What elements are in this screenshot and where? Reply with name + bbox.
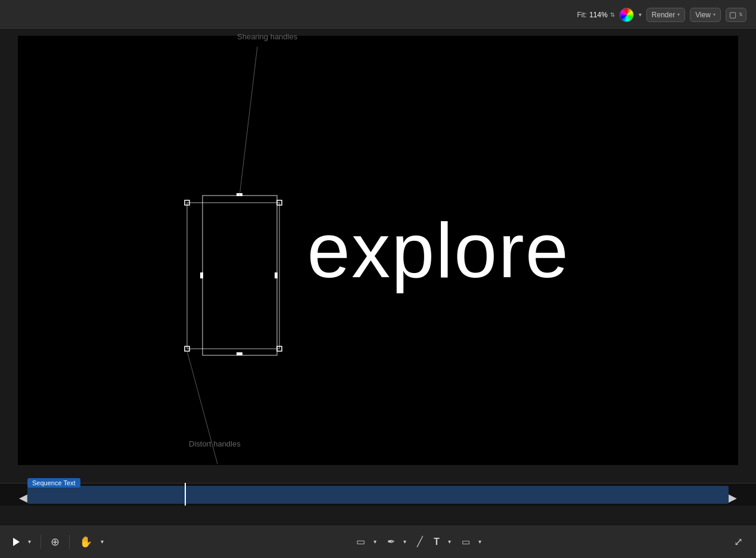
- text-icon: T: [434, 537, 440, 547]
- shape-chevron-icon: ▾: [374, 538, 377, 545]
- pan-chevron-icon: ▾: [101, 538, 104, 545]
- fullscreen-icon: ⤢: [734, 535, 743, 548]
- svg-rect-2: [185, 200, 189, 205]
- mask-group: ▭ ▾: [458, 534, 485, 550]
- shape-group: ▭ ▾: [353, 534, 380, 550]
- svg-rect-8: [200, 272, 203, 278]
- svg-rect-4: [185, 346, 189, 351]
- svg-rect-6: [237, 193, 242, 196]
- mask-chevron-icon: ▾: [478, 538, 481, 545]
- display-mode-icon: ▢: [729, 10, 736, 19]
- svg-line-11: [187, 351, 217, 464]
- pan-icon: ✋: [79, 535, 92, 548]
- color-button[interactable]: [620, 8, 634, 22]
- timeline-clip[interactable]: [27, 486, 729, 504]
- mask-options-button[interactable]: ▾: [475, 536, 485, 547]
- separator-1: [41, 535, 41, 549]
- play-button[interactable]: [10, 535, 23, 548]
- explore-text: explore: [307, 206, 570, 295]
- canvas-area[interactable]: explore: [0, 30, 756, 465]
- playhead[interactable]: [185, 483, 186, 506]
- shape-options-button[interactable]: ▾: [370, 536, 380, 547]
- timeline-track[interactable]: [0, 483, 756, 506]
- paint-button[interactable]: ╱: [413, 534, 427, 550]
- play-icon: [13, 538, 20, 546]
- svg-rect-0: [187, 203, 279, 349]
- fullscreen-button[interactable]: ⤢: [730, 533, 746, 551]
- play-options-button[interactable]: ▾: [24, 536, 35, 547]
- bottom-toolbar: ▾ ⊕ ✋ ▾ ▭ ▾ ✒ ▾ ╱: [0, 525, 756, 558]
- view-chevron-icon: ▾: [713, 12, 715, 17]
- svg-rect-9: [275, 272, 278, 278]
- path-group: ✒ ▾: [384, 534, 410, 550]
- svg-rect-7: [237, 352, 242, 355]
- fit-stepper-icon[interactable]: ⇅: [610, 11, 615, 18]
- fit-value: 114%: [589, 11, 608, 19]
- canvas-background: explore: [18, 36, 738, 465]
- sequence-text-badge: Sequence Text: [27, 478, 80, 488]
- display-mode-button[interactable]: ▢ ⇅: [726, 8, 746, 22]
- path-icon: ✒: [387, 536, 395, 547]
- svg-rect-1: [203, 196, 277, 355]
- path-chevron-icon: ▾: [403, 538, 406, 545]
- svg-line-10: [239, 46, 257, 196]
- text-button[interactable]: T: [430, 534, 443, 550]
- separator-2: [69, 535, 70, 549]
- fit-display: Fit: 114% ⇅: [577, 11, 614, 19]
- orbit-icon: ⊕: [51, 535, 60, 548]
- mask-button[interactable]: ▭: [458, 534, 474, 550]
- pan-group: ✋ ▾: [76, 533, 107, 551]
- text-group: T ▾: [430, 534, 455, 550]
- text-chevron-icon: ▾: [448, 538, 451, 545]
- mask-icon: ▭: [462, 537, 470, 547]
- render-chevron-icon: ▾: [677, 12, 680, 17]
- top-toolbar: Fit: 114% ⇅ ▾ Render ▾ View ▾ ▢ ⇅: [0, 0, 756, 30]
- pan-button[interactable]: ✋: [76, 533, 96, 551]
- view-button[interactable]: View ▾: [690, 8, 721, 22]
- svg-rect-5: [277, 346, 282, 351]
- display-chevron-icon: ⇅: [739, 12, 743, 17]
- shape-button[interactable]: ▭: [353, 534, 369, 550]
- path-button[interactable]: ✒: [384, 534, 399, 550]
- path-options-button[interactable]: ▾: [400, 536, 410, 547]
- play-chevron-icon: ▾: [28, 538, 31, 545]
- shape-icon: ▭: [356, 536, 365, 547]
- text-options-button[interactable]: ▾: [444, 536, 455, 547]
- fit-label: Fit:: [577, 11, 587, 19]
- timeline-end-marker: ▶: [729, 491, 737, 504]
- pan-options-button[interactable]: ▾: [97, 536, 107, 547]
- paint-icon: ╱: [417, 536, 423, 547]
- timeline-start-marker: ◀: [19, 491, 27, 504]
- color-chevron-icon[interactable]: ▾: [639, 11, 642, 18]
- transport-group: ▾: [10, 535, 35, 548]
- orbit-button[interactable]: ⊕: [47, 533, 63, 551]
- svg-rect-3: [277, 200, 282, 205]
- render-button[interactable]: Render ▾: [646, 8, 685, 22]
